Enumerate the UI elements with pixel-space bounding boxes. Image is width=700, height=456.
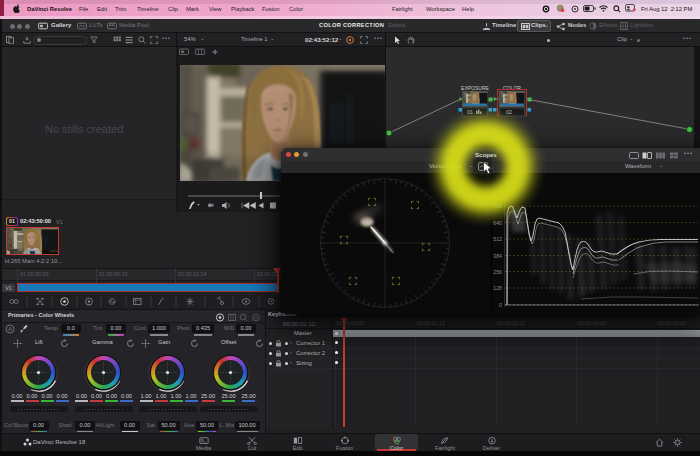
svg-text:0: 0 bbox=[499, 302, 502, 308]
svg-text:384: 384 bbox=[493, 253, 502, 259]
svg-text:COLOR: COLOR bbox=[503, 85, 521, 91]
svg-text:EXPOSURE: EXPOSURE bbox=[461, 85, 489, 91]
svg-text:512: 512 bbox=[493, 236, 502, 242]
svg-text:A: A bbox=[8, 326, 12, 332]
svg-text:128: 128 bbox=[493, 285, 502, 291]
svg-text:256: 256 bbox=[493, 269, 502, 275]
